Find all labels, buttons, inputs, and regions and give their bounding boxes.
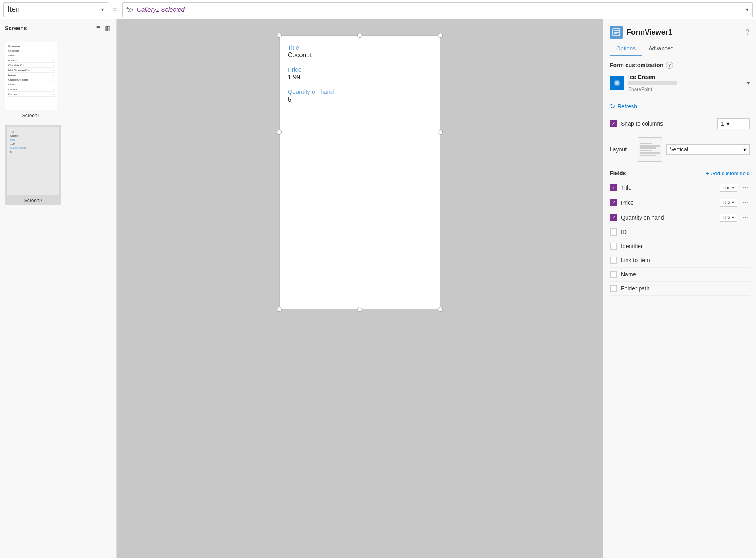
tab-options[interactable]: Options <box>610 42 642 56</box>
screen2-thumbnail: Title Coconut Price 1.99 Quantity on han… <box>7 127 59 195</box>
layout-line <box>640 145 660 147</box>
form-quantity-label: Quantity on hand <box>288 88 432 95</box>
snap-value: 1 <box>721 120 724 127</box>
top-toolbar: Item ▾ = fx ▾ Gallery1.Selected ▾ <box>0 0 756 19</box>
tab-advanced[interactable]: Advanced <box>642 42 680 56</box>
sidebar-item-screen1[interactable]: Strawberry› Chocolate› Vanilla› Pistachi… <box>5 42 57 118</box>
field-row-quantity: ✓ Quantity on hand 123 ▾ ··· <box>610 210 750 225</box>
add-field-label: Add custom field <box>711 170 750 176</box>
panel-title: FormViewer1 <box>627 28 741 37</box>
item-dropdown-chevron-icon: ▾ <box>101 7 104 12</box>
screens-icons: ≡ ▦ <box>96 23 112 33</box>
list-item: Chocolate› <box>7 49 55 53</box>
panel-help-icon[interactable]: ? <box>746 28 750 37</box>
layout-line <box>640 147 656 149</box>
sidebar-item-screen2[interactable]: Title Coconut Price 1.99 Quantity on han… <box>5 125 61 205</box>
field-title-name: Title <box>621 185 716 191</box>
layout-line <box>640 143 652 144</box>
field-price-checkbox[interactable]: ✓ <box>610 199 617 206</box>
customization-help-icon[interactable]: ? <box>666 62 673 69</box>
form-title-value: Coconut <box>288 52 432 59</box>
snap-row: ✓ Snap to columns 1 ▾ <box>603 114 756 133</box>
field-name-checkbox[interactable] <box>610 271 617 278</box>
thumb-price-value: 1.99 <box>10 143 56 145</box>
fx-label: fx ▾ <box>127 6 134 13</box>
snap-columns-dropdown[interactable]: 1 ▾ <box>717 118 750 129</box>
screens-list: Strawberry› Chocolate› Vanilla› Pistachi… <box>0 37 116 210</box>
list-view-icon[interactable]: ≡ <box>96 23 101 33</box>
field-price-name: Price <box>621 199 716 206</box>
field-row-linktoitem: Link to item <box>610 253 750 268</box>
list-item: Coffee› <box>7 83 55 87</box>
field-row-identifier: Identifier <box>610 239 750 253</box>
handle-bottom-left[interactable] <box>277 307 282 312</box>
handle-bottom-middle[interactable] <box>357 307 362 312</box>
layout-dropdown[interactable]: Vertical ▾ <box>666 144 750 155</box>
main-layout: Screens ≡ ▦ Strawberry› Chocolate› Vanil… <box>0 19 756 558</box>
handle-top-right[interactable] <box>438 33 443 38</box>
handle-bottom-right[interactable] <box>438 307 443 312</box>
field-folderpath-checkbox[interactable] <box>610 285 617 292</box>
field-price-more-icon[interactable]: ··· <box>741 199 750 206</box>
screens-header: Screens ≡ ▦ <box>0 19 116 37</box>
field-identifier-checkbox[interactable] <box>610 243 617 250</box>
datasource-name: Ice Cream <box>628 74 743 80</box>
formula-chevron-icon: ▾ <box>746 7 748 12</box>
handle-middle-left[interactable] <box>277 130 282 135</box>
handle-middle-right[interactable] <box>438 130 443 135</box>
sharepoint-icon <box>610 76 624 90</box>
add-icon: + <box>706 170 709 176</box>
handle-top-middle[interactable] <box>357 33 362 38</box>
panel-header: FormViewer1 ? <box>603 19 756 42</box>
layout-line <box>640 155 656 156</box>
fields-title: Fields <box>610 170 706 176</box>
field-title-type[interactable]: abc ▾ <box>720 184 737 192</box>
fields-section: Fields + Add custom field ✓ Title abc ▾ … <box>603 166 756 300</box>
left-sidebar: Screens ≡ ▦ Strawberry› Chocolate› Vanil… <box>0 19 117 558</box>
field-id-checkbox[interactable] <box>610 228 617 236</box>
field-quantity-more-icon[interactable]: ··· <box>741 214 750 221</box>
refresh-label: Refresh <box>617 103 637 110</box>
list-item: Mango› <box>7 73 55 77</box>
field-quantity-checkbox[interactable]: ✓ <box>610 214 617 221</box>
datasource-sub <box>628 81 677 85</box>
thumb-title-value: Coconut <box>10 135 56 137</box>
datasource-chevron-icon: ▾ <box>747 80 750 86</box>
screens-title: Screens <box>5 25 92 31</box>
refresh-row[interactable]: ↻ Refresh <box>603 98 756 114</box>
screen1-label: Screen1 <box>22 113 40 118</box>
field-row-name: Name <box>610 268 750 282</box>
svg-point-6 <box>616 82 618 84</box>
field-row-id: ID <box>610 225 750 239</box>
field-quantity-type[interactable]: 123 ▾ <box>720 214 737 222</box>
layout-row: Layout Vertical ▾ <box>603 133 756 166</box>
formula-text: Gallery1.Selected <box>137 6 743 13</box>
grid-view-icon[interactable]: ▦ <box>104 23 112 33</box>
form-quantity-value: 5 <box>288 96 432 103</box>
thumb-qty-value: 5 <box>10 151 56 153</box>
layout-chevron-icon: ▾ <box>743 146 746 153</box>
field-title-more-icon[interactable]: ··· <box>741 184 750 191</box>
field-linktoitem-checkbox[interactable] <box>610 257 617 264</box>
snap-checkbox[interactable]: ✓ <box>610 120 617 127</box>
equals-sign: = <box>108 5 122 14</box>
item-dropdown[interactable]: Item ▾ <box>3 2 108 17</box>
field-title-checkbox[interactable]: ✓ <box>610 184 617 191</box>
field-linktoitem-name: Link to item <box>621 257 750 263</box>
handle-top-left[interactable] <box>277 33 282 38</box>
field-price-type[interactable]: 123 ▾ <box>720 199 737 207</box>
list-item: Pistachio› <box>7 58 55 63</box>
datasource-row[interactable]: Ice Cream SharePoint ▾ <box>610 74 750 92</box>
field-price-type-chevron-icon: ▾ <box>732 200 734 205</box>
formula-bar[interactable]: fx ▾ Gallery1.Selected ▾ <box>122 2 753 17</box>
formviewer-icon <box>610 26 623 39</box>
field-row-title: ✓ Title abc ▾ ··· <box>610 180 750 195</box>
form-viewer-widget[interactable]: Title Coconut Price 1.99 Quantity on han… <box>279 35 440 309</box>
datasource-type: SharePoint <box>628 87 743 92</box>
add-custom-field-button[interactable]: + Add custom field <box>706 170 750 176</box>
layout-line <box>640 152 660 154</box>
screen2-form: Title Coconut Price 1.99 Quantity on han… <box>7 127 59 156</box>
form-customization-section: Form customization ? Ice Cream SharePoin… <box>603 56 756 98</box>
thumb-price-label: Price <box>10 139 56 141</box>
form-field-quantity: Quantity on hand 5 <box>288 88 432 107</box>
